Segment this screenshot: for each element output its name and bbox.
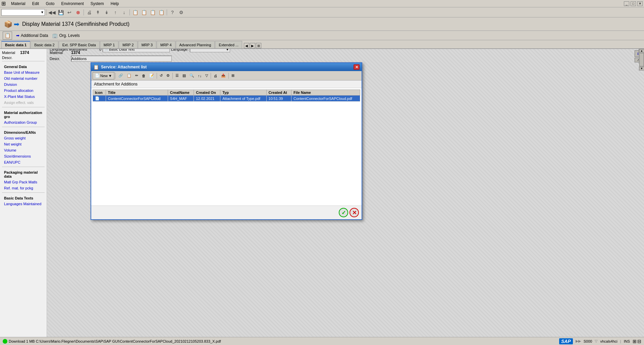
sidebar-item-languages[interactable]: Languages Maintained xyxy=(2,201,45,207)
attachment-table: Icon Title CreatName Created On Typ Crea… xyxy=(93,90,360,102)
sidebar-item-net-weight[interactable]: Net weight xyxy=(2,141,45,147)
prev-button[interactable]: ↑ xyxy=(111,9,119,16)
last-button[interactable]: ↡ xyxy=(103,9,111,16)
menu-environment[interactable]: Environment xyxy=(60,1,85,6)
transaction-field[interactable]: ▼ xyxy=(1,9,45,16)
first-button[interactable]: ↟ xyxy=(94,9,102,16)
modal-align-btn[interactable]: ☰ xyxy=(174,72,180,79)
modal-edit-btn[interactable]: ✏ xyxy=(133,72,140,79)
modal-filter2-btn[interactable]: ▽ xyxy=(204,72,210,79)
modal-delete-btn[interactable]: 🗑 xyxy=(140,72,147,79)
modal-ok-button[interactable]: ✓ xyxy=(339,208,348,217)
save-button[interactable]: 💾 xyxy=(57,9,65,16)
tab-mrp2[interactable]: MRP 2 xyxy=(119,41,137,48)
additional-data-icon[interactable]: 📋 xyxy=(3,32,12,40)
sidebar-item-volume[interactable]: Volume xyxy=(2,147,45,153)
sidebar-item-xplant[interactable]: X-Plant Mat Status xyxy=(2,94,45,100)
sidebar-item-matl-grp[interactable]: Matl Grp Pack Matls xyxy=(2,179,45,185)
sidebar-item-auth-group[interactable]: Authorization Group xyxy=(2,119,45,125)
tab-basic-data-2[interactable]: Basic data 2 xyxy=(31,41,58,48)
modal-copy-btn[interactable]: 📋 xyxy=(125,72,133,79)
modal-settings-btn[interactable]: ⚙ xyxy=(165,72,171,79)
modal-sep-5 xyxy=(228,73,229,79)
tabs-next-btn[interactable]: ▶ xyxy=(250,43,255,48)
modal-empty-area xyxy=(91,155,362,206)
tab-ext-spp[interactable]: Ext. SPP Basic Data xyxy=(59,41,100,48)
modal-close-button[interactable]: ✕ xyxy=(354,64,360,70)
back-back-button[interactable]: ◀◀ xyxy=(48,9,56,16)
table-row[interactable]: 📄 ContentConnectorForSAPCloud S4H_MAF 12… xyxy=(93,96,360,102)
row-typ: Attachment of Type.pdf xyxy=(220,96,266,102)
modal-sort-asc-btn[interactable]: ↑↓ xyxy=(196,72,203,79)
other-button[interactable]: 📋 xyxy=(157,9,165,16)
status-mode: INS xyxy=(624,339,630,343)
sidebar-item-old-material[interactable]: Old material number xyxy=(2,75,45,81)
sidebar-divider-4 xyxy=(2,167,45,167)
toolbar-separator-4 xyxy=(167,9,167,15)
modal-filter-btn[interactable]: ▤ xyxy=(181,72,187,79)
status-icon-1[interactable]: ⊞ xyxy=(633,339,637,344)
paste-button[interactable]: 📋 xyxy=(140,9,148,16)
settings-button[interactable]: ⚙ xyxy=(177,9,185,16)
sidebar-item-size[interactable]: Size/dimensions xyxy=(2,153,45,159)
stop-button[interactable]: ⊗ xyxy=(74,9,82,16)
additional-data-btn[interactable]: ➡ Additional Data xyxy=(16,33,48,38)
attachment-table-container: Icon Title CreatName Created On Typ Crea… xyxy=(91,88,362,155)
maximize-button[interactable]: □ xyxy=(631,1,636,6)
modal-more-btn[interactable]: ⊞ xyxy=(230,72,236,79)
modal-cancel-button[interactable]: ✕ xyxy=(350,208,359,217)
help-button[interactable]: ? xyxy=(168,9,176,16)
status-icon-2[interactable]: ⊟ xyxy=(637,339,641,344)
tab-mrp3[interactable]: MRP 3 xyxy=(138,41,156,48)
move-button[interactable]: 📋 xyxy=(149,9,157,16)
tab-mrp1[interactable]: MRP 1 xyxy=(100,41,118,48)
col-created-on: Created On xyxy=(194,90,220,96)
modal-print-btn[interactable]: 🖨 xyxy=(212,72,219,79)
tab-basic-data-1[interactable]: Basic data 1 xyxy=(1,41,30,48)
close-button[interactable]: ✕ xyxy=(637,1,643,6)
tabs-bar: Basic data 1 Basic data 2 Ext. SPP Basic… xyxy=(0,40,644,49)
menu-material[interactable]: Material xyxy=(10,1,27,6)
modal-sep-3 xyxy=(172,73,173,79)
modal-footer: ✓ ✕ xyxy=(91,206,362,219)
new-button-label: New xyxy=(100,74,108,78)
modal-search-btn[interactable]: 🔍 xyxy=(188,72,196,79)
sidebar-item-gross-weight[interactable]: Gross weight xyxy=(2,135,45,141)
col-creat-name: CreatName xyxy=(168,90,194,96)
sap-system-icon[interactable]: ⊞ xyxy=(1,0,6,7)
modal-refresh-btn[interactable]: ↺ xyxy=(158,72,164,79)
tab-extended[interactable]: Extended ... xyxy=(215,41,242,48)
col-created-at: Created At xyxy=(266,90,291,96)
attachment-header: Attachment for Additions xyxy=(91,80,362,88)
modal-export-btn[interactable]: 📤 xyxy=(219,72,227,79)
copy-button[interactable]: 📋 xyxy=(131,9,139,16)
menu-goto[interactable]: Goto xyxy=(44,1,56,6)
pack-header: Packaging material data xyxy=(2,168,45,179)
minimize-button[interactable]: _ xyxy=(624,1,629,6)
menu-system[interactable]: System xyxy=(89,1,105,6)
print-button[interactable]: 🖨 xyxy=(85,9,93,16)
sidebar-item-division[interactable]: Division xyxy=(2,81,45,88)
attachment-modal: 📋 Service: Attachment list ✕ 📄 New ▼ 🔗 📋 xyxy=(91,62,362,220)
modal-properties-btn[interactable]: 📝 xyxy=(148,72,156,79)
main-content-area: Material 1374 Descr. General Data Base U… xyxy=(0,49,644,337)
org-levels-label: Org. Levels xyxy=(59,33,79,38)
undo-button[interactable]: ↩ xyxy=(65,9,73,16)
tab-mrp4[interactable]: MRP 4 xyxy=(157,41,175,48)
menu-bar: ⊞ Material Edit Goto Environment System … xyxy=(0,0,644,7)
modal-sep-4 xyxy=(211,73,211,79)
sidebar-item-ref-mat[interactable]: Ref. mat. for pckg xyxy=(2,185,45,191)
sidebar-item-base-unit[interactable]: Base Unit of Measure xyxy=(2,69,45,75)
tabs-prev-btn[interactable]: ◀ xyxy=(244,43,249,48)
new-attachment-button[interactable]: 📄 New ▼ xyxy=(93,72,114,79)
sidebar-item-product-alloc[interactable]: Product allocation xyxy=(2,88,45,94)
sidebar-divider-1 xyxy=(2,61,45,61)
sidebar-item-ean[interactable]: EAN/UPC xyxy=(2,159,45,165)
menu-help[interactable]: Help xyxy=(109,1,120,6)
org-levels-btn[interactable]: 🏢 Org. Levels xyxy=(52,33,79,38)
tab-advanced-planning[interactable]: Advanced Planning xyxy=(176,41,215,48)
menu-edit[interactable]: Edit xyxy=(31,1,41,6)
next-button[interactable]: ↓ xyxy=(120,9,128,16)
tabs-expand-btn[interactable]: ⊞ xyxy=(256,43,261,48)
modal-link-btn[interactable]: 🔗 xyxy=(117,72,125,79)
